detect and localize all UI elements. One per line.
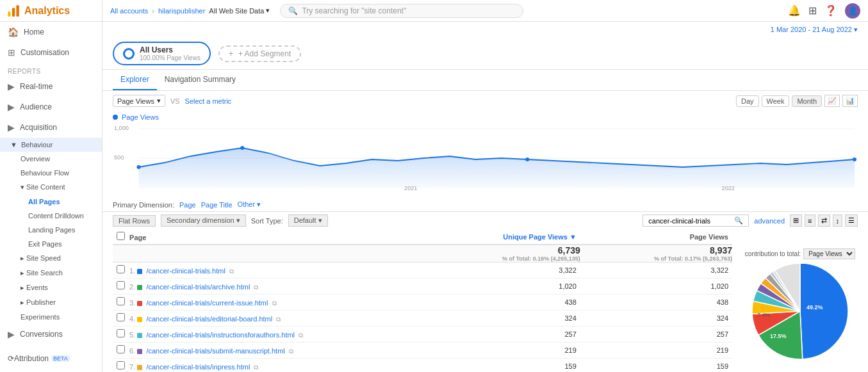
sidebar-item-home[interactable]: 🏠 Home	[0, 22, 102, 42]
pv-cell: 1,020	[580, 279, 732, 295]
apps-icon[interactable]: ⊞	[808, 4, 817, 17]
sidebar-item-conversions[interactable]: ▶ Conversions	[0, 324, 102, 344]
all-users-segment[interactable]: All Users 100.00% Page Views	[113, 42, 211, 65]
search-box[interactable]: 🔍 Try searching for "site content"	[280, 4, 523, 18]
flat-rows-button[interactable]: Flat Rows	[113, 215, 156, 227]
copy-icon[interactable]: ⧉	[272, 300, 277, 307]
sidebar-item-site-content[interactable]: ▾ Site Content	[0, 180, 102, 195]
sort-arrow-icon: ▼	[569, 233, 577, 241]
account-icon[interactable]: 👤	[845, 3, 860, 19]
unique-pv-cell: 324	[423, 311, 580, 327]
sidebar-item-publisher[interactable]: ▸ Publisher	[0, 295, 102, 310]
select-all-checkbox[interactable]	[117, 232, 125, 240]
page-cell: 2. /cancer-clinical-trials/archive.html …	[113, 279, 423, 295]
pv-cell: 3,322	[580, 263, 732, 279]
sidebar-item-site-search[interactable]: ▸ Site Search	[0, 266, 102, 280]
sidebar-item-site-speed[interactable]: ▸ Site Speed	[0, 251, 102, 266]
sidebar-item-experiments[interactable]: Experiments	[0, 310, 102, 324]
page-link[interactable]: /cancer-clinical-trials/current-issue.ht…	[146, 299, 268, 307]
add-segment-label: + Add Segment	[238, 49, 291, 58]
copy-icon[interactable]: ⧉	[229, 268, 234, 275]
sidebar-item-overview[interactable]: Overview	[0, 152, 102, 166]
table-search-input[interactable]	[648, 217, 732, 225]
sidebar-item-events[interactable]: ▸ Events	[0, 280, 102, 295]
table-options-button[interactable]: ☰	[845, 214, 858, 227]
row-checkbox[interactable]	[117, 361, 125, 369]
page-link[interactable]: /cancer-clinical-trials/instructionsfora…	[146, 331, 295, 339]
table-row: 2. /cancer-clinical-trials/archive.html …	[113, 279, 732, 295]
copy-icon[interactable]: ⧉	[254, 364, 258, 371]
row-checkbox[interactable]	[117, 297, 125, 305]
sidebar-item-all-pages[interactable]: All Pages	[0, 195, 102, 209]
table-grid-button[interactable]: ⊞	[790, 214, 802, 227]
sidebar-item-discover[interactable]: 💡 Discover	[0, 368, 102, 372]
breadcrumb-publisher[interactable]: hilarispublisher	[158, 7, 205, 15]
line-chart-icon[interactable]: 📈	[824, 95, 840, 107]
col-page-views[interactable]: Page Views	[580, 229, 732, 245]
advanced-link[interactable]: advanced	[754, 217, 785, 225]
unique-pv-cell: 219	[423, 343, 580, 359]
dim-page-title-link[interactable]: Page Title	[201, 201, 233, 209]
month-button[interactable]: Month	[792, 95, 822, 107]
all-users-sublabel: 100.00% Page Views	[140, 54, 201, 61]
pie-contribution-label: contribution to total:	[745, 250, 801, 257]
svg-marker-7	[138, 148, 854, 188]
page-link[interactable]: /cancer-clinical-trials/archive.html	[146, 283, 250, 291]
copy-icon[interactable]: ⧉	[299, 332, 303, 339]
metric-selector[interactable]: Page Views ▾	[113, 95, 165, 107]
table-compare-button[interactable]: ↕	[833, 214, 843, 227]
date-range-label[interactable]: 1 Mar 2020 - 21 Aug 2022 ▾	[771, 26, 858, 34]
sidebar-item-exit-pages[interactable]: Exit Pages	[0, 237, 102, 251]
search-filter-icon[interactable]: 🔍	[734, 216, 743, 225]
property-selector[interactable]: All Web Site Data ▾	[209, 6, 270, 15]
bar-chart-icon[interactable]: 📊	[842, 95, 858, 107]
sidebar-item-behaviour[interactable]: ▼ Behaviour	[0, 138, 102, 152]
secondary-dimension-button[interactable]: Secondary dimension ▾	[161, 214, 246, 227]
page-link[interactable]: /cancer-clinical-trials/inpress.html	[146, 363, 250, 371]
week-button[interactable]: Week	[762, 95, 790, 107]
copy-icon[interactable]: ⧉	[289, 348, 293, 355]
chart-svg: 1,000 500 2021 2022	[113, 121, 858, 191]
pie-select[interactable]: Page Views	[803, 248, 855, 259]
sidebar-item-audience[interactable]: ▶ Audience	[0, 97, 102, 117]
sidebar-item-customisation[interactable]: ⊞ Customisation	[0, 42, 102, 63]
page-link[interactable]: /cancer-clinical-trials/editorial-board.…	[146, 315, 272, 323]
row-number: 1.	[129, 267, 135, 275]
help-icon[interactable]: ❓	[824, 4, 837, 17]
copy-icon[interactable]: ⧉	[276, 316, 281, 323]
table-pivot-button[interactable]: ⇄	[818, 214, 830, 227]
dim-other-link[interactable]: Other ▾	[238, 200, 261, 209]
select-metric-link[interactable]: Select a metric	[185, 97, 232, 105]
search-icon: 🔍	[288, 6, 298, 15]
tab-explorer[interactable]: Explorer	[113, 70, 157, 90]
page-link[interactable]: /cancer-clinical-trials.html	[146, 267, 225, 275]
row-checkbox[interactable]	[117, 313, 125, 321]
sidebar-item-attribution[interactable]: ⟳ Attribution BETA	[0, 350, 102, 368]
sidebar-item-realtime[interactable]: ▶ Real-time	[0, 76, 102, 97]
table-list-button[interactable]: ≡	[805, 214, 815, 227]
dim-page-link[interactable]: Page	[179, 201, 196, 209]
col-unique-page-views[interactable]: Unique Page Views ▼	[423, 229, 580, 245]
color-dot	[137, 285, 142, 290]
day-button[interactable]: Day	[736, 95, 759, 107]
tab-navigation-summary[interactable]: Navigation Summary	[157, 70, 243, 90]
pv-cell: 159	[580, 359, 732, 373]
search-filter[interactable]: 🔍	[643, 214, 749, 227]
row-checkbox[interactable]	[117, 345, 125, 353]
row-number: 2.	[129, 283, 135, 291]
copy-icon[interactable]: ⧉	[254, 284, 258, 291]
row-checkbox[interactable]	[117, 281, 125, 289]
page-link[interactable]: /cancer-clinical-trials/submit-manuscrip…	[146, 347, 284, 355]
sidebar-item-content-drilldown[interactable]: Content Drilldown	[0, 209, 102, 223]
add-segment-button[interactable]: + + Add Segment	[218, 45, 301, 62]
row-checkbox[interactable]	[117, 329, 125, 337]
notifications-icon[interactable]: 🔔	[788, 4, 801, 17]
sidebar-item-behaviour-flow[interactable]: Behaviour Flow	[0, 166, 102, 180]
page-cell: 5. /cancer-clinical-trials/instructionsf…	[113, 327, 423, 343]
breadcrumb-account[interactable]: All accounts	[110, 7, 148, 15]
sidebar-item-landing-pages[interactable]: Landing Pages	[0, 223, 102, 237]
sidebar-item-acquisition[interactable]: ▶ Acquisition	[0, 117, 102, 138]
table-row: 6. /cancer-clinical-trials/submit-manusc…	[113, 343, 732, 359]
row-checkbox[interactable]	[117, 265, 125, 273]
sort-type-button[interactable]: Default ▾	[288, 214, 328, 227]
